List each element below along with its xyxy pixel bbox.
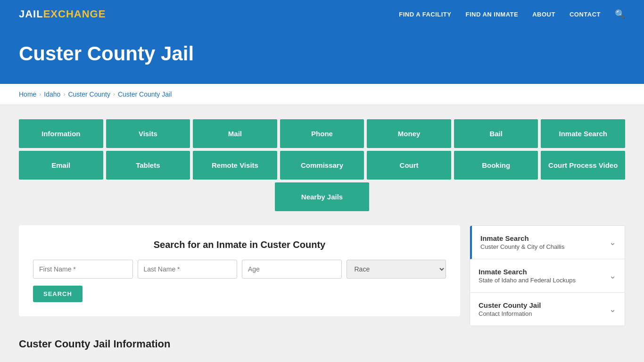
panel-3-subtitle: Contact Information bbox=[479, 310, 541, 317]
chevron-down-icon-3: ⌄ bbox=[609, 304, 616, 314]
button-row-3: Nearby Jails bbox=[19, 182, 625, 211]
panel-contact-info[interactable]: Custer County Jail Contact Information ⌄ bbox=[470, 293, 625, 326]
nav-about[interactable]: ABOUT bbox=[532, 11, 555, 18]
chevron-down-icon-2: ⌄ bbox=[609, 271, 616, 281]
breadcrumb-home[interactable]: Home bbox=[19, 90, 36, 98]
page-title: Custer County Jail bbox=[19, 42, 625, 65]
nav-button-grid: Information Visits Mail Phone Money Bail… bbox=[19, 119, 625, 211]
breadcrumb-sep-1: › bbox=[39, 91, 41, 98]
btn-remote-visits[interactable]: Remote Visits bbox=[193, 151, 277, 180]
first-name-input[interactable] bbox=[33, 260, 133, 279]
btn-booking[interactable]: Booking bbox=[454, 151, 538, 180]
panel-inmate-search-challis[interactable]: Inmate Search Custer County & City of Ch… bbox=[470, 226, 625, 259]
breadcrumb-custer-county[interactable]: Custer County bbox=[68, 90, 110, 98]
btn-tablets[interactable]: Tablets bbox=[106, 151, 190, 180]
search-icon[interactable]: 🔍 bbox=[615, 9, 625, 19]
btn-inmate-search[interactable]: Inmate Search bbox=[541, 119, 625, 148]
search-title: Search for an Inmate in Custer County bbox=[33, 239, 446, 250]
btn-mail[interactable]: Mail bbox=[193, 119, 277, 148]
panel-2-subtitle: State of Idaho and Federal Lockups bbox=[479, 277, 576, 284]
button-row-1: Information Visits Mail Phone Money Bail… bbox=[19, 119, 625, 148]
hero-section: Custer County Jail bbox=[0, 28, 644, 84]
btn-money[interactable]: Money bbox=[367, 119, 451, 148]
nav-find-facility[interactable]: FIND A FACILITY bbox=[399, 11, 451, 18]
panel-2-title: Inmate Search bbox=[479, 268, 576, 276]
panel-1-title: Inmate Search bbox=[480, 234, 564, 242]
panel-inmate-search-idaho[interactable]: Inmate Search State of Idaho and Federal… bbox=[470, 259, 625, 293]
panel-3-title: Custer County Jail bbox=[479, 301, 541, 309]
breadcrumb-idaho[interactable]: Idaho bbox=[44, 90, 60, 98]
race-select[interactable]: Race White Black Hispanic Asian Native A… bbox=[347, 260, 446, 279]
inmate-search-form: Search for an Inmate in Custer County Ra… bbox=[19, 225, 460, 316]
last-name-input[interactable] bbox=[138, 260, 238, 279]
search-fields: Race White Black Hispanic Asian Native A… bbox=[33, 260, 446, 279]
btn-email[interactable]: Email bbox=[19, 151, 103, 180]
btn-court[interactable]: Court bbox=[367, 151, 451, 180]
panel-1-subtitle: Custer County & City of Challis bbox=[480, 243, 564, 250]
breadcrumb-custer-county-jail[interactable]: Custer County Jail bbox=[118, 90, 172, 98]
breadcrumb-sep-3: › bbox=[113, 91, 115, 98]
nav-contact[interactable]: CONTACT bbox=[570, 11, 601, 18]
breadcrumb-sep-2: › bbox=[63, 91, 65, 98]
logo-exchange: EXCHANGE bbox=[43, 8, 106, 20]
main-content: Information Visits Mail Phone Money Bail… bbox=[0, 105, 644, 362]
btn-court-process-video[interactable]: Court Process Video bbox=[541, 151, 625, 180]
btn-nearby-jails[interactable]: Nearby Jails bbox=[275, 182, 369, 211]
navbar: JAILEXCHANGE FIND A FACILITY FIND AN INM… bbox=[0, 0, 644, 28]
nav-links: FIND A FACILITY FIND AN INMATE ABOUT CON… bbox=[399, 9, 625, 19]
button-row-2: Email Tablets Remote Visits Commissary C… bbox=[19, 151, 625, 180]
chevron-down-icon-1: ⌄ bbox=[609, 237, 616, 247]
btn-information[interactable]: Information bbox=[19, 119, 103, 148]
logo[interactable]: JAILEXCHANGE bbox=[19, 8, 106, 20]
bottom-layout: Search for an Inmate in Custer County Ra… bbox=[19, 225, 625, 326]
logo-jail: JAIL bbox=[19, 8, 43, 20]
btn-phone[interactable]: Phone bbox=[280, 119, 364, 148]
age-input[interactable] bbox=[242, 260, 342, 279]
sidebar-panels: Inmate Search Custer County & City of Ch… bbox=[470, 225, 625, 326]
btn-visits[interactable]: Visits bbox=[106, 119, 190, 148]
nav-find-inmate[interactable]: FIND AN INMATE bbox=[465, 11, 518, 18]
btn-commissary[interactable]: Commissary bbox=[280, 151, 364, 180]
btn-bail[interactable]: Bail bbox=[454, 119, 538, 148]
breadcrumb: Home › Idaho › Custer County › Custer Co… bbox=[0, 84, 644, 105]
search-button[interactable]: SEARCH bbox=[33, 286, 83, 302]
info-section-title: Custer County Jail Information bbox=[19, 338, 625, 350]
info-section: Custer County Jail Information bbox=[19, 338, 625, 350]
